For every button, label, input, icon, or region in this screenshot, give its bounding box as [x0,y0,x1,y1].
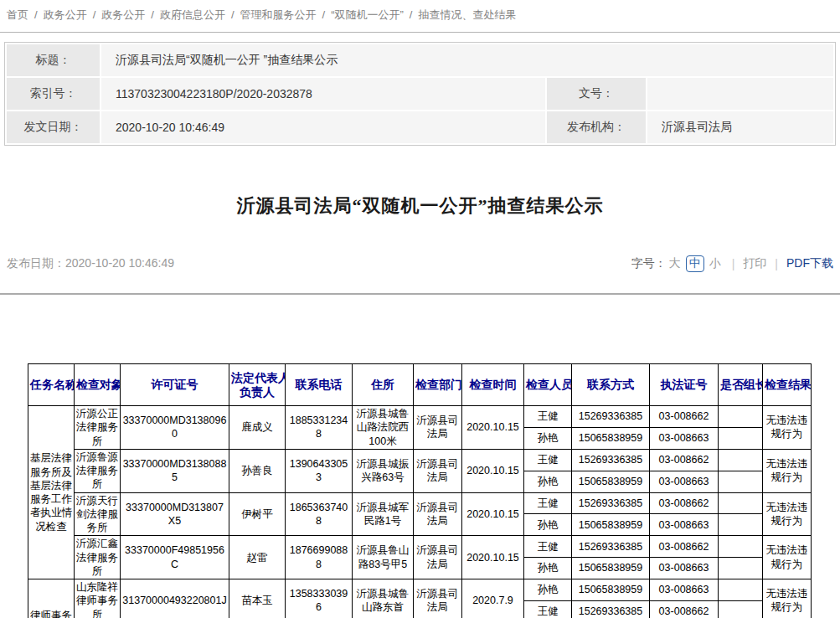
cell-license: 33370000MD313807X5 [121,492,229,536]
cell-is-leader [719,449,763,471]
cell-license: 33370000MD31380960 [121,406,229,450]
breadcrumb-separator: / [231,8,234,21]
cell-entity-name: 山东隆祥律师事务所 [75,579,121,618]
cell-date: 2020.10.15 [462,536,524,579]
header-cert-no: 执法证号 [650,364,719,406]
publish-date: 发布日期：2020-10-20 10:46:49 [7,256,174,271]
cell-inspector-cert: 03-008662 [650,492,719,514]
cell-task-name: 基层法律服务所及基层法律服务工作者执业情况检查 [28,406,75,579]
cell-inspector-contact: 15269336385 [572,536,650,558]
header-contact: 联系方式 [572,364,650,406]
meta-title-value: 沂源县司法局“双随机一公开 ”抽查结果公示 [101,44,833,76]
breadcrumb-separator: / [93,8,96,21]
cell-inspector-name: 王健 [524,492,572,514]
cell-department: 沂源县司法局 [414,492,462,536]
cell-date: 2020.10.15 [462,406,524,450]
cell-representative: 鹿成义 [229,406,286,450]
cell-is-leader [719,579,763,601]
meta-index-value: 11370323004223180P/2020-2032878 [101,78,545,110]
cell-inspector-contact: 15269336385 [572,406,650,428]
meta-date-value: 2020-10-20 10:46:49 [101,111,545,143]
cell-result: 无违法违规行为 [763,579,812,618]
cell-representative: 苗本玉 [229,579,286,618]
cell-entity-name: 沂源鲁源法律服务所 [75,449,121,492]
print-button[interactable]: 打印 [743,256,766,271]
cell-department: 沂源县司法局 [414,579,462,618]
table-row: 基层法律服务所及基层法律服务工作者执业情况检查 沂源公正法律服务所 333700… [28,406,812,428]
cell-address: 沂源县城军民路1号 [353,492,414,536]
cell-inspector-cert: 03-008663 [650,558,719,579]
cell-date: 2020.10.15 [462,449,524,492]
table-row: 律师事务所及律师执业情况 山东隆祥律师事务所 31370000493220801… [28,579,812,601]
header-representative: 法定代表人/负责人 [229,364,286,406]
article-info-row: 发布日期：2020-10-20 10:46:49 字号： 大 中 小 | 打印 … [7,255,833,272]
cell-entity-name: 沂源天行剑法律服务所 [75,492,121,536]
cell-inspector-cert: 03-008663 [650,427,719,449]
cell-is-leader [719,427,763,449]
cell-entity-name: 沂源汇鑫法律服务所 [75,536,121,579]
table-row: 沂源汇鑫法律服务所 33370000F49851956C 赵雷 18766990… [28,536,812,558]
cell-date: 2020.7.9 [462,579,524,618]
header-inspector: 检查人员 [524,364,572,406]
cell-inspector-name: 王健 [524,406,572,428]
header-result: 检查结果 [763,364,812,406]
inspection-table-container: 任务名称 检查对象名称 许可证号 法定代表人/负责人 联系电话 住所 检查部门 … [28,363,840,618]
cell-inspector-cert: 03-008662 [650,536,719,558]
font-size-large-button[interactable]: 大 [669,256,681,271]
cell-inspector-cert: 03-008663 [650,579,719,601]
header-phone: 联系电话 [286,364,353,406]
cell-entity-name: 沂源公正法律服务所 [75,406,121,450]
divider-bar: | [775,257,778,270]
cell-inspector-cert: 03-008663 [650,471,719,492]
font-size-medium-button[interactable]: 中 [686,255,704,272]
breadcrumb-item-home[interactable]: 首页 [7,8,28,21]
meta-docno-value [647,78,833,110]
cell-department: 沂源县司法局 [414,406,462,450]
font-size-small-button[interactable]: 小 [709,256,721,271]
cell-inspector-name: 王健 [524,600,572,618]
page-title: 沂源县司法局“双随机一公开”抽查结果公示 [0,193,840,219]
cell-inspector-cert: 03-008662 [650,600,719,618]
cell-phone: 13583330396 [286,579,353,618]
table-row: 沂源天行剑法律服务所 33370000MD313807X5 伊树平 186536… [28,492,812,514]
cell-is-leader [719,406,763,428]
font-size-label: 字号： [631,256,667,271]
cell-license: 31370000493220801J [121,579,229,618]
cell-is-leader [719,492,763,514]
cell-phone: 13906433053 [286,449,353,492]
cell-inspector-contact: 15065838959 [572,471,650,492]
meta-date-label: 发文日期： [7,111,100,143]
cell-result: 无违法违规行为 [763,406,812,450]
cell-inspector-name: 王健 [524,449,572,471]
cell-address: 沂源县城振兴路63号 [353,449,414,492]
breadcrumb-separator: / [410,8,413,21]
cell-result: 无违法违规行为 [763,449,812,492]
breadcrumb-item-3[interactable]: 政府信息公开 [160,8,225,21]
cell-date: 2020.10.15 [462,492,524,536]
breadcrumb-item-4[interactable]: 管理和服务公开 [240,8,317,21]
cell-license: 33370000MD31380885 [121,449,229,492]
cell-address: 沂源县鲁山路83号甲5 [353,536,414,579]
cell-inspector-contact: 15065838959 [572,427,650,449]
meta-index-label: 索引号： [7,78,100,110]
header-address: 住所 [353,364,414,406]
header-task-name: 任务名称 [28,364,75,406]
content-divider [0,293,840,295]
breadcrumb-item-2[interactable]: 政务公开 [101,8,145,21]
cell-inspector-name: 孙艳 [524,427,572,449]
breadcrumb-separator: / [151,8,154,21]
divider-bar: | [732,257,735,270]
document-meta: 标题： 沂源县司法局“双随机一公开 ”抽查结果公示 索引号： 113703230… [4,42,836,146]
pdf-download-button[interactable]: PDF下载 [786,256,833,271]
inspection-table: 任务名称 检查对象名称 许可证号 法定代表人/负责人 联系电话 住所 检查部门 … [28,363,812,618]
cell-inspector-contact: 15065838959 [572,558,650,579]
breadcrumb-item-1[interactable]: 政务公开 [44,8,87,21]
cell-is-leader [719,558,763,579]
table-row: 沂源鲁源法律服务所 33370000MD31380885 孙善良 1390643… [28,449,812,471]
header-entity-name: 检查对象名称 [75,364,121,406]
breadcrumb-item-5[interactable]: “双随机一公开” [331,8,404,21]
table-header-row: 任务名称 检查对象名称 许可证号 法定代表人/负责人 联系电话 住所 检查部门 … [28,364,812,406]
cell-department: 沂源县司法局 [414,449,462,492]
cell-result: 无违法违规行为 [763,492,812,536]
cell-address: 沂源县城鲁山路东首 [353,579,414,618]
